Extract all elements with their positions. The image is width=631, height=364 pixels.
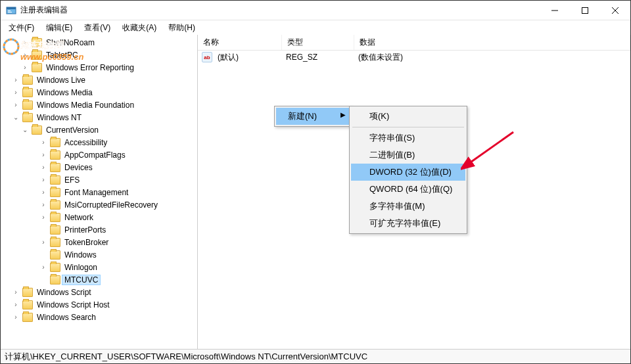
title-bar: 注册表编辑器 bbox=[1, 1, 630, 20]
value-type: REG_SZ bbox=[281, 53, 353, 62]
regedit-icon bbox=[6, 5, 16, 16]
tree-node-efs[interactable]: ›EFS bbox=[36, 173, 197, 186]
tree-node-wsh[interactable]: ›Windows Script Host bbox=[9, 298, 197, 311]
ctx-new[interactable]: 新建(N)▶ bbox=[276, 108, 350, 125]
close-button[interactable] bbox=[600, 1, 630, 20]
tree-node-winlogon[interactable]: ›Winlogon bbox=[36, 261, 197, 273]
menu-bar: 文件(F) 编辑(E) 查看(V) 收藏夹(A) 帮助(H) bbox=[1, 20, 630, 35]
list-header: 名称 类型 数据 bbox=[198, 35, 630, 51]
tree-node-windows-nt[interactable]: ⌄Windows NT bbox=[9, 111, 197, 124]
status-bar: 计算机\HKEY_CURRENT_USER\SOFTWARE\Microsoft… bbox=[1, 349, 630, 363]
tree-node-currentversion[interactable]: ⌄CurrentVersion bbox=[18, 124, 197, 136]
value-row-default[interactable]: ab (默认) REG_SZ (数值未设置) bbox=[198, 51, 630, 64]
minimize-button[interactable] bbox=[540, 1, 570, 20]
status-path: 计算机\HKEY_CURRENT_USER\SOFTWARE\Microsoft… bbox=[5, 351, 367, 363]
tree-node-wer[interactable]: ›Windows Error Reporting bbox=[18, 61, 197, 74]
menu-separator bbox=[352, 127, 464, 127]
svg-rect-5 bbox=[582, 7, 588, 13]
menu-view[interactable]: 查看(V) bbox=[79, 21, 116, 35]
value-name: (默认) bbox=[212, 52, 281, 63]
menu-favorites[interactable]: 收藏夹(A) bbox=[117, 21, 162, 35]
col-name[interactable]: 名称 bbox=[198, 35, 282, 50]
tree-node-appcompatflags[interactable]: ›AppCompatFlags bbox=[36, 148, 197, 161]
chevron-right-icon: ▶ bbox=[340, 111, 346, 118]
svg-rect-1 bbox=[7, 7, 16, 9]
ctx-new-string[interactable]: 字符串值(S) bbox=[351, 129, 465, 147]
menu-edit[interactable]: 编辑(E) bbox=[41, 21, 78, 35]
string-icon: ab bbox=[202, 52, 212, 62]
tree-node-accessibility[interactable]: ›Accessibility bbox=[36, 136, 197, 148]
ctx-new-qword[interactable]: QWORD (64 位)值(Q) bbox=[351, 181, 465, 198]
content-area: 河东软件园 www.pc0359.cn ›ShellNoRoam ›Tablet… bbox=[1, 35, 630, 349]
tree-node-tabletpc[interactable]: ›TabletPC bbox=[18, 49, 197, 61]
tree-node-msicorrupted[interactable]: ›MsiCorruptedFileRecovery bbox=[36, 198, 197, 211]
tree-node-font-management[interactable]: ›Font Management bbox=[36, 186, 197, 198]
tree-node-windows-live[interactable]: ›Windows Live bbox=[9, 74, 197, 86]
ctx-new-expandstring[interactable]: 可扩充字符串值(E) bbox=[351, 215, 465, 232]
menu-file[interactable]: 文件(F) bbox=[3, 21, 39, 35]
tree-panel[interactable]: 河东软件园 www.pc0359.cn ›ShellNoRoam ›Tablet… bbox=[1, 35, 198, 349]
maximize-button[interactable] bbox=[570, 1, 600, 20]
tree-node-wmf[interactable]: ›Windows Media Foundation bbox=[9, 99, 197, 111]
tree-node-network[interactable]: ›Network bbox=[36, 211, 197, 223]
tree-node-windows[interactable]: Windows bbox=[36, 248, 197, 261]
svg-rect-2 bbox=[8, 11, 11, 11]
ctx-new-key[interactable]: 项(K) bbox=[351, 108, 465, 125]
tree-node-printerports[interactable]: PrinterPorts bbox=[36, 223, 197, 236]
tree-node-mtcuvc[interactable]: MTCUVC bbox=[36, 273, 197, 286]
col-type[interactable]: 类型 bbox=[282, 35, 354, 50]
tree-node-windows-script[interactable]: ›Windows Script bbox=[9, 286, 197, 298]
tree-node-windows-media[interactable]: ›Windows Media bbox=[9, 86, 197, 99]
context-menu: 新建(N)▶ bbox=[274, 106, 352, 127]
value-data: (数值未设置) bbox=[353, 52, 408, 63]
svg-rect-3 bbox=[8, 12, 12, 12]
tree-node-windows-search[interactable]: ›Windows Search bbox=[9, 311, 197, 323]
ctx-new-binary[interactable]: 二进制值(B) bbox=[351, 147, 465, 164]
menu-help[interactable]: 帮助(H) bbox=[163, 21, 200, 35]
tree-node-devices[interactable]: ›Devices bbox=[36, 161, 197, 173]
context-submenu-new: 项(K) 字符串值(S) 二进制值(B) DWORD (32 位)值(D) QW… bbox=[349, 106, 467, 234]
ctx-new-dword[interactable]: DWORD (32 位)值(D) bbox=[351, 164, 465, 181]
ctx-new-multistring[interactable]: 多字符串值(M) bbox=[351, 198, 465, 215]
tree-node-shellnoroam[interactable]: ›ShellNoRoam bbox=[18, 36, 197, 49]
col-data[interactable]: 数据 bbox=[354, 35, 630, 50]
window-title: 注册表编辑器 bbox=[20, 5, 540, 16]
tree-node-tokenbroker[interactable]: ›TokenBroker bbox=[36, 236, 197, 248]
